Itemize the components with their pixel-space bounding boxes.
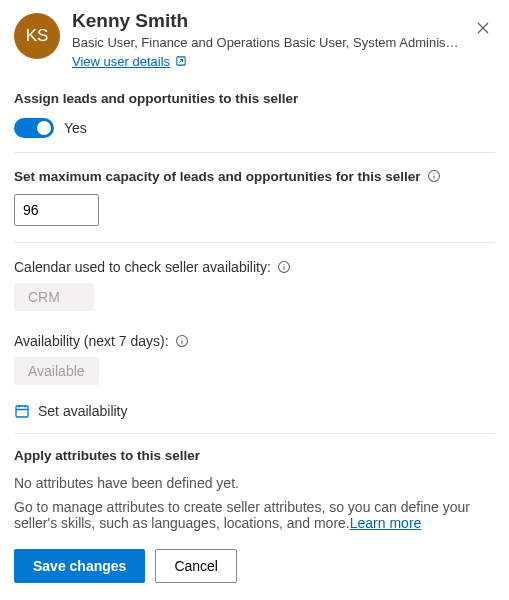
availability-label-row: Availability (next 7 days): (14, 333, 495, 349)
availability-label: Availability (next 7 days): (14, 333, 169, 349)
seller-name: Kenny Smith (72, 10, 459, 33)
calendar-label-row: Calendar used to check seller availabili… (14, 259, 495, 275)
assign-section-title: Assign leads and opportunities to this s… (14, 91, 495, 106)
set-availability-link[interactable]: Set availability (14, 403, 495, 419)
calendar-icon (14, 403, 30, 419)
save-button[interactable]: Save changes (14, 549, 145, 583)
svg-point-2 (433, 173, 434, 174)
info-icon[interactable] (175, 334, 189, 348)
set-availability-label: Set availability (38, 403, 128, 419)
close-icon (476, 21, 490, 35)
capacity-input[interactable] (14, 194, 99, 226)
panel-header: KS Kenny Smith Basic User, Finance and O… (14, 6, 495, 77)
divider (14, 433, 495, 434)
capacity-section: Set maximum capacity of leads and opport… (14, 169, 495, 184)
calendar-value: CRM (14, 283, 94, 311)
header-main: Kenny Smith Basic User, Finance and Oper… (72, 10, 459, 69)
seller-properties-panel: KS Kenny Smith Basic User, Finance and O… (0, 0, 509, 599)
svg-rect-7 (16, 406, 28, 417)
footer: Save changes Cancel (14, 549, 495, 583)
cancel-button[interactable]: Cancel (155, 549, 237, 583)
calendar-label: Calendar used to check seller availabili… (14, 259, 271, 275)
svg-point-6 (181, 338, 182, 339)
info-icon[interactable] (427, 169, 441, 183)
divider (14, 152, 495, 153)
svg-point-4 (283, 264, 284, 265)
divider (14, 242, 495, 243)
close-button[interactable] (471, 16, 495, 40)
attributes-hint: Go to manage attributes to create seller… (14, 499, 495, 531)
view-user-details-label: View user details (72, 54, 170, 69)
learn-more-link[interactable]: Learn more (350, 515, 422, 531)
attributes-none-text: No attributes have been defined yet. (14, 475, 495, 491)
attributes-title: Apply attributes to this seller (14, 448, 495, 463)
assign-toggle-row: Yes (14, 118, 495, 138)
seller-roles: Basic User, Finance and Operations Basic… (72, 35, 459, 50)
assign-toggle[interactable] (14, 118, 54, 138)
view-user-details-link[interactable]: View user details (72, 54, 187, 69)
info-icon[interactable] (277, 260, 291, 274)
capacity-title: Set maximum capacity of leads and opport… (14, 169, 421, 184)
avatar: KS (14, 13, 60, 59)
availability-value: Available (14, 357, 99, 385)
open-external-icon (175, 55, 187, 67)
assign-toggle-label: Yes (64, 120, 87, 136)
